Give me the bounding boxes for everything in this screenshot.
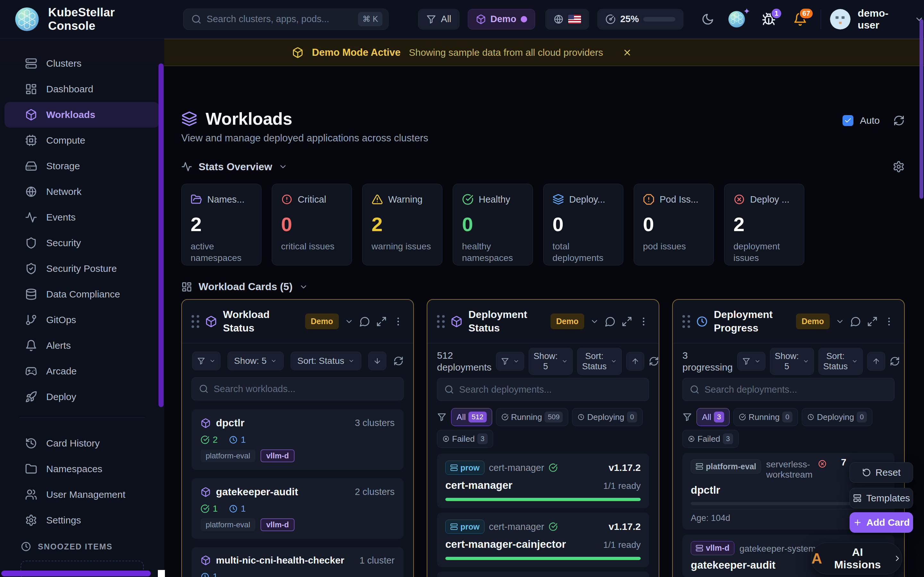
deployment-search[interactable] [437, 378, 649, 401]
page-scrollbar[interactable] [919, 19, 923, 199]
ai-missions-button[interactable]: A AI Missions [811, 542, 902, 574]
progressing-count: 3 progressing [682, 350, 733, 374]
chip-running[interactable]: Running 509 [496, 408, 569, 426]
kebab-menu-icon[interactable] [884, 316, 895, 327]
sidebar-item-arcade[interactable]: Arcade [0, 358, 164, 384]
deployment-search-input[interactable] [459, 384, 642, 395]
sidebar-item-alerts[interactable]: Alerts [0, 333, 164, 358]
kebab-menu-icon[interactable] [393, 316, 404, 327]
sidebar-item-security[interactable]: Security [0, 230, 164, 256]
chat-icon[interactable] [850, 316, 861, 327]
sidebar-item-settings[interactable]: Settings [0, 508, 164, 533]
sort-direction-button[interactable] [368, 351, 386, 370]
sidebar-item-security-posture[interactable]: Security Posture [0, 256, 164, 282]
language-selector[interactable] [545, 9, 589, 29]
notifications-button[interactable]: 67 [793, 12, 807, 26]
chip-deploying[interactable]: Deploying 0 [802, 408, 872, 426]
user-menu[interactable]: demo-user [830, 7, 924, 31]
sort-direction-button[interactable] [867, 352, 885, 371]
usage-gauge[interactable]: 25% [598, 9, 683, 29]
refresh-icon[interactable] [893, 115, 905, 126]
chip-failed[interactable]: Failed 3 [437, 430, 493, 448]
sidebar-item-compute[interactable]: Compute [0, 127, 164, 153]
chip-deploying[interactable]: Deploying 0 [572, 408, 643, 426]
workload-search[interactable] [192, 377, 404, 400]
chip-all[interactable]: All 512 [451, 408, 492, 426]
workload-cards-label[interactable]: Workload Cards (5) [199, 281, 292, 293]
stats-overview-label[interactable]: Stats Overview [199, 161, 272, 173]
chip-all[interactable]: All 3 [696, 408, 730, 426]
expand-icon[interactable] [622, 316, 632, 327]
drag-handle-icon[interactable] [437, 315, 445, 328]
deployment-item-cainjector[interactable]: prow cert-manager v1.17.2 cert-manager-c… [437, 513, 649, 567]
sidebar-item-workloads[interactable]: Workloads [5, 102, 159, 127]
dark-mode-toggle[interactable] [701, 13, 714, 26]
deployment-item-cert-manager[interactable]: prow cert-manager v1.17.2 cert-manager 1… [437, 454, 649, 508]
deployment-item-partial[interactable]: prow cert-manager v1.17.2 [437, 572, 649, 577]
chevron-down-icon[interactable] [299, 282, 308, 292]
sidebar-item-deploy[interactable]: Deploy [0, 384, 164, 410]
reset-button[interactable]: Reset [850, 462, 913, 483]
auto-refresh-checkbox[interactable] [843, 115, 853, 126]
workload-search-input[interactable] [214, 384, 396, 394]
stat-card-deployments: Deploy... 0 total deployments [543, 184, 624, 266]
filter-dropdown[interactable] [737, 352, 766, 371]
sidebar-item-namespaces[interactable]: Namespaces [0, 456, 164, 482]
drag-handle-icon[interactable] [682, 315, 690, 328]
show-dropdown[interactable]: Show:5 [529, 348, 573, 375]
stats-settings-gear-icon[interactable] [893, 161, 905, 173]
ai-assistant-button[interactable]: ✦ [728, 10, 746, 28]
sidebar-item-card-history[interactable]: Card History [0, 430, 164, 456]
snoozed-items-header[interactable]: SNOOZED ITEMS [0, 534, 164, 559]
chevron-down-icon[interactable] [590, 317, 599, 326]
sidebar-vertical-scrollbar[interactable] [158, 63, 164, 407]
filter-all-button[interactable]: All [418, 9, 459, 29]
sidebar-item-user-management[interactable]: User Management [0, 482, 164, 508]
chat-icon[interactable] [605, 316, 615, 327]
show-dropdown[interactable]: Show:5 [770, 348, 814, 375]
drag-handle-icon[interactable] [192, 315, 199, 328]
kebab-menu-icon[interactable] [638, 316, 649, 327]
demo-mode-button[interactable]: Demo [468, 9, 535, 29]
refresh-icon[interactable] [393, 356, 404, 366]
sidebar-item-data-compliance[interactable]: Data Compliance [0, 282, 164, 307]
workload-item-gatekeeper-audit[interactable]: gatekeeper-audit 2 clusters 1 1 platform… [192, 478, 404, 539]
add-card-button[interactable]: Add Card [850, 512, 913, 533]
workload-item-multi-nic[interactable]: multi-nic-cni-health-checker 1 cluster 1 [192, 547, 404, 577]
check-circle-icon [200, 504, 210, 513]
global-search[interactable]: ⌘ K [183, 9, 389, 30]
progress-search[interactable] [682, 378, 895, 401]
sidebar-item-dashboard[interactable]: Dashboard [0, 76, 164, 102]
chat-icon[interactable] [359, 316, 370, 327]
sidebar-item-storage[interactable]: Storage [0, 153, 164, 179]
expand-icon[interactable] [867, 316, 878, 327]
debug-button[interactable]: 1 [762, 12, 776, 26]
users-icon [25, 488, 37, 501]
sidebar-item-events[interactable]: Events [0, 205, 164, 230]
chip-failed[interactable]: Failed 3 [682, 430, 738, 448]
banner-close-button[interactable] [622, 48, 632, 57]
progress-search-input[interactable] [704, 384, 887, 395]
sort-dropdown[interactable]: Sort:Status [577, 348, 622, 375]
chevron-down-icon[interactable] [344, 317, 354, 326]
cube-icon [200, 418, 211, 428]
sort-direction-button[interactable] [626, 352, 644, 371]
chip-running[interactable]: Running 0 [733, 408, 798, 426]
templates-button[interactable]: Templates [850, 488, 913, 508]
chevron-down-icon[interactable] [835, 317, 845, 326]
sort-dropdown[interactable]: Sort:Status [819, 348, 863, 375]
sidebar-item-gitops[interactable]: GitOps [0, 307, 164, 333]
sidebar-item-clusters[interactable]: Clusters [0, 51, 164, 76]
refresh-icon[interactable] [890, 356, 900, 366]
sidebar-horizontal-scrollbar[interactable] [1, 571, 151, 576]
filter-dropdown[interactable] [192, 351, 220, 370]
workload-item-dpctlr[interactable]: dpctlr 3 clusters 2 1 platform-eval vllm… [192, 409, 404, 470]
chevron-down-icon[interactable] [278, 162, 288, 171]
sidebar-item-network[interactable]: Network [0, 179, 164, 205]
sort-dropdown[interactable]: Sort: Status [291, 351, 361, 370]
global-search-input[interactable] [207, 14, 353, 24]
filter-dropdown[interactable] [496, 352, 524, 371]
expand-icon[interactable] [376, 316, 387, 327]
show-dropdown[interactable]: Show: 5 [228, 351, 284, 370]
refresh-icon[interactable] [649, 356, 659, 366]
